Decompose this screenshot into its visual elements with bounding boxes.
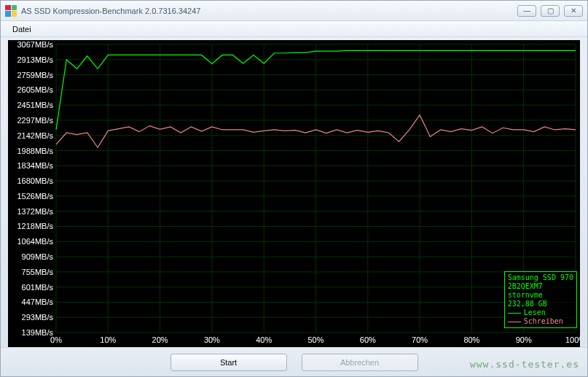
svg-text:2913MB/s: 2913MB/s <box>17 55 53 64</box>
svg-text:293MB/s: 293MB/s <box>22 313 54 322</box>
svg-text:755MB/s: 755MB/s <box>22 268 54 276</box>
svg-text:100%: 100% <box>565 335 580 344</box>
legend-write-line-icon <box>508 322 521 322</box>
svg-text:3067MB/s: 3067MB/s <box>17 40 53 49</box>
svg-text:2451MB/s: 2451MB/s <box>17 101 53 109</box>
svg-text:60%: 60% <box>360 335 376 344</box>
button-bar: Start Abbrechen <box>1 347 587 376</box>
svg-text:1526MB/s: 1526MB/s <box>17 192 53 201</box>
svg-text:2759MB/s: 2759MB/s <box>17 71 53 79</box>
svg-text:1988MB/s: 1988MB/s <box>17 147 53 155</box>
chart-canvas: 139MB/s293MB/s447MB/s601MB/s755MB/s909MB… <box>8 40 580 347</box>
svg-text:2297MB/s: 2297MB/s <box>17 116 53 125</box>
menu-file[interactable]: Datei <box>8 23 36 35</box>
legend-device-4: 232,88 GB <box>508 300 573 308</box>
svg-text:447MB/s: 447MB/s <box>22 298 54 306</box>
svg-text:20%: 20% <box>152 335 168 344</box>
svg-text:30%: 30% <box>204 335 220 344</box>
minimize-button[interactable]: ― <box>517 5 536 17</box>
legend-device-2: 2B2QEXM7 <box>508 282 573 291</box>
chart-area: 139MB/s293MB/s447MB/s601MB/s755MB/s909MB… <box>8 40 580 347</box>
app-icon <box>5 5 17 17</box>
svg-text:2142MB/s: 2142MB/s <box>17 131 53 140</box>
svg-text:50%: 50% <box>307 335 324 344</box>
legend-device-1: Samsung SSD 970 <box>508 273 573 282</box>
svg-text:10%: 10% <box>100 335 116 344</box>
start-button[interactable]: Start <box>170 354 287 371</box>
window-controls: ― ▢ ✕ <box>517 5 583 17</box>
svg-text:90%: 90% <box>516 335 532 344</box>
svg-text:139MB/s: 139MB/s <box>22 328 54 337</box>
maximize-button[interactable]: ▢ <box>541 5 560 17</box>
svg-text:1064MB/s: 1064MB/s <box>17 237 53 246</box>
titlebar: AS SSD Kompression-Benchmark 2.0.7316.34… <box>1 1 587 21</box>
svg-text:1372MB/s: 1372MB/s <box>17 207 53 216</box>
close-button[interactable]: ✕ <box>564 5 583 17</box>
svg-text:909MB/s: 909MB/s <box>22 252 54 261</box>
svg-text:1680MB/s: 1680MB/s <box>17 176 53 185</box>
legend-read: Lesen <box>508 308 573 317</box>
app-window: AS SSD Kompression-Benchmark 2.0.7316.34… <box>0 0 588 377</box>
svg-text:2605MB/s: 2605MB/s <box>17 85 53 94</box>
svg-text:40%: 40% <box>256 335 272 344</box>
svg-text:80%: 80% <box>463 335 479 344</box>
cancel-button: Abbrechen <box>302 354 418 371</box>
legend-write: Schreiben <box>508 317 573 326</box>
svg-text:70%: 70% <box>412 335 428 344</box>
window-title: AS SSD Kompression-Benchmark 2.0.7316.34… <box>21 7 517 15</box>
legend-device-3: stornvme <box>508 291 573 300</box>
legend: Samsung SSD 970 2B2QEXM7 stornvme 232,88… <box>504 271 577 328</box>
svg-text:1218MB/s: 1218MB/s <box>17 222 53 230</box>
svg-text:1834MB/s: 1834MB/s <box>17 161 53 170</box>
legend-read-line-icon <box>508 313 521 314</box>
svg-text:0%: 0% <box>50 335 62 344</box>
menubar: Datei <box>1 21 587 37</box>
svg-text:601MB/s: 601MB/s <box>22 283 54 292</box>
